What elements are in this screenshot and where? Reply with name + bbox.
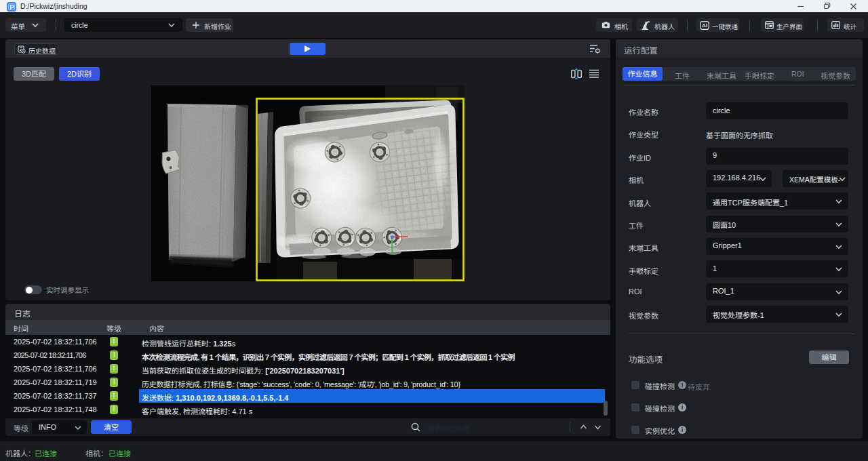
svg-text:AI: AI xyxy=(702,22,707,28)
